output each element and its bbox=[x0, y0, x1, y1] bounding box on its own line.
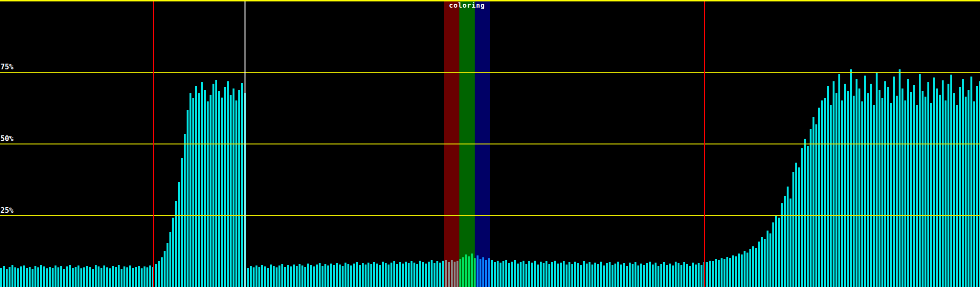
bar bbox=[514, 260, 516, 287]
bar bbox=[675, 262, 677, 287]
bar bbox=[103, 265, 105, 287]
bar bbox=[626, 266, 628, 287]
bar bbox=[34, 266, 36, 287]
bar bbox=[368, 263, 369, 287]
bar bbox=[850, 69, 852, 287]
bar bbox=[744, 251, 746, 287]
bar bbox=[184, 134, 186, 287]
bar bbox=[732, 255, 734, 287]
bar bbox=[787, 187, 789, 287]
bar bbox=[129, 265, 131, 287]
bar bbox=[212, 84, 214, 287]
bar bbox=[350, 265, 352, 287]
bar bbox=[14, 267, 16, 287]
bar bbox=[322, 266, 323, 287]
bar bbox=[419, 261, 421, 287]
bar bbox=[709, 261, 711, 287]
marker-red-left bbox=[153, 1, 154, 287]
bar bbox=[462, 257, 464, 287]
bar bbox=[290, 266, 292, 287]
bar bbox=[548, 264, 550, 287]
bar bbox=[792, 172, 794, 287]
bar bbox=[612, 265, 613, 287]
bar bbox=[158, 261, 160, 287]
bar bbox=[896, 96, 898, 287]
histogram-canvas: 75% 50% 25% coloring bbox=[0, 0, 980, 287]
bar bbox=[807, 146, 809, 287]
bar bbox=[666, 265, 668, 287]
bar bbox=[528, 261, 530, 287]
bar bbox=[922, 91, 924, 287]
bar bbox=[52, 268, 54, 287]
bar bbox=[718, 260, 720, 287]
bar bbox=[121, 269, 122, 287]
bar bbox=[500, 263, 501, 287]
bar bbox=[721, 258, 723, 287]
bar bbox=[230, 95, 232, 287]
bar bbox=[448, 262, 450, 287]
bar bbox=[603, 265, 605, 287]
bar bbox=[80, 268, 82, 287]
bar bbox=[359, 265, 361, 287]
bar bbox=[207, 101, 209, 287]
bar bbox=[491, 260, 493, 287]
bar bbox=[942, 80, 944, 287]
bar bbox=[333, 265, 335, 287]
bar bbox=[741, 254, 743, 287]
bar bbox=[49, 267, 51, 287]
bar bbox=[698, 263, 700, 287]
bar bbox=[864, 76, 866, 287]
bar bbox=[838, 74, 840, 287]
bar bbox=[680, 265, 682, 287]
bar bbox=[402, 264, 404, 287]
bar bbox=[141, 268, 143, 287]
bar bbox=[887, 87, 889, 287]
bar bbox=[3, 266, 5, 287]
bar bbox=[884, 81, 886, 287]
bar bbox=[893, 77, 895, 287]
bar bbox=[445, 260, 447, 287]
bar bbox=[167, 243, 168, 287]
bar bbox=[873, 105, 875, 287]
bar bbox=[769, 233, 771, 287]
bar bbox=[218, 91, 220, 287]
bar bbox=[755, 248, 757, 287]
bar bbox=[692, 263, 694, 287]
bar bbox=[591, 265, 593, 287]
bar bbox=[586, 264, 588, 287]
bar bbox=[75, 267, 77, 287]
bar bbox=[347, 264, 349, 287]
bar bbox=[876, 73, 878, 287]
bar bbox=[594, 263, 596, 287]
bar bbox=[66, 266, 68, 287]
bar bbox=[976, 86, 978, 287]
bar bbox=[502, 261, 504, 287]
bar bbox=[192, 98, 194, 287]
bar bbox=[235, 100, 237, 287]
bar bbox=[643, 265, 645, 287]
bar bbox=[189, 93, 191, 287]
bar bbox=[844, 84, 846, 287]
bar bbox=[511, 262, 513, 287]
bar bbox=[301, 265, 303, 287]
bar bbox=[92, 269, 94, 287]
bar bbox=[393, 261, 395, 287]
bar bbox=[284, 267, 286, 287]
bar bbox=[382, 262, 384, 287]
bar bbox=[919, 74, 921, 287]
bar bbox=[683, 262, 685, 287]
bar bbox=[810, 129, 812, 287]
bar bbox=[867, 93, 869, 287]
bar bbox=[543, 263, 545, 287]
bar bbox=[589, 262, 590, 287]
bar bbox=[620, 265, 622, 287]
bar bbox=[210, 95, 212, 287]
bar bbox=[356, 262, 358, 287]
bar bbox=[293, 265, 295, 287]
bar bbox=[939, 95, 941, 287]
bar bbox=[778, 218, 780, 287]
bar bbox=[57, 267, 59, 287]
bar bbox=[195, 86, 197, 287]
bar bbox=[175, 201, 177, 287]
bar bbox=[471, 254, 473, 287]
